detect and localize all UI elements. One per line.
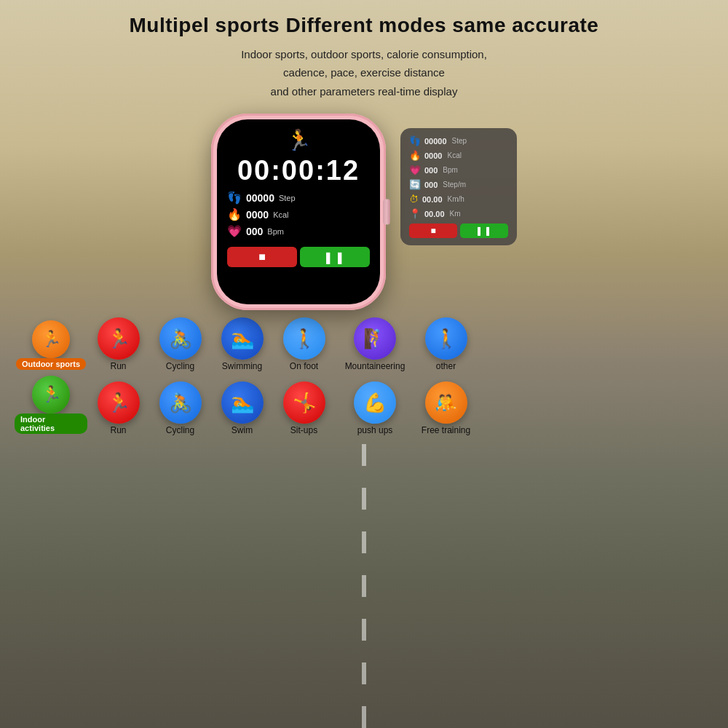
- free-training-icon: 🤼: [425, 381, 467, 424]
- indoor-sports-icon: 🏃: [32, 376, 70, 414]
- panel-dist-value: 00.00: [424, 210, 445, 218]
- panel-stat-dist: 📍 00.00 Km: [409, 208, 508, 219]
- activity-swim-indoor: 🏊 Swim: [211, 381, 273, 435]
- activity-mountaineering: 🧗 Mountaineering: [335, 317, 415, 371]
- watch-stop-button[interactable]: ■: [227, 247, 297, 267]
- stats-panel: 👣 00000 Step 🔥 0000 Kcal 💗 000 Bpm 🔄 000…: [400, 128, 517, 245]
- activity-pushups: 💪 push ups: [335, 381, 415, 435]
- activities-section: 🏃 Outdoor sports 🏃 Run 🚴 Cycling 🏊 Swimm…: [0, 310, 728, 440]
- watch-screen: 🏃 00:00:12 👣 00000 Step 🔥 0000 Kcal 💗 00…: [217, 119, 380, 304]
- watch-stat-bpm: 💗 000 Bpm: [227, 224, 370, 238]
- watch-activity-icon: 🏃: [286, 128, 312, 152]
- panel-bpm-value: 000: [424, 166, 438, 175]
- panel-stat-steps: 👣 00000 Step: [409, 135, 508, 146]
- header-section: Multipel sports Different modes same acc…: [0, 0, 728, 106]
- panel-stat-speed: ⏱ 00.00 Km/h: [409, 194, 508, 205]
- panel-kcal-icon: 🔥: [409, 150, 421, 161]
- activity-swimming: 🏊 Swimming: [211, 317, 273, 371]
- panel-steps-value: 00000: [424, 137, 447, 146]
- activity-situps: 🤸 Sit-ups: [273, 381, 335, 435]
- watch-stat-kcal: 🔥 0000 Kcal: [227, 207, 370, 221]
- panel-bpm-icon: 💗: [409, 165, 421, 175]
- panel-speed-unit: Km/h: [448, 195, 464, 203]
- situps-icon: 🤸: [283, 381, 325, 424]
- panel-buttons: ■ ❚❚: [409, 223, 508, 238]
- activity-on-foot: 🚶 On foot: [273, 317, 335, 371]
- cycling-icon: 🚴: [159, 317, 202, 360]
- activity-outdoor-sports: 🏃 Outdoor sports: [15, 320, 87, 371]
- steps-value: 00000: [246, 192, 274, 204]
- run-indoor-icon: 🏃: [98, 381, 140, 424]
- panel-stat-step-m: 🔄 000 Step/m: [409, 179, 508, 190]
- activity-free-training: 🤼 Free training: [415, 381, 477, 435]
- on-foot-label: On foot: [290, 361, 318, 371]
- swim-label: Swim: [232, 425, 253, 435]
- other-label: other: [436, 361, 456, 371]
- activity-cycling-outdoor: 🚴 Cycling: [149, 317, 211, 371]
- steps-icon: 👣: [227, 191, 242, 205]
- cycling-indoor-label: Cycling: [166, 425, 194, 435]
- bpm-icon: 💗: [227, 224, 242, 238]
- watch-area: 🏃 00:00:12 👣 00000 Step 🔥 0000 Kcal 💗 00…: [211, 114, 517, 310]
- pushups-icon: 💪: [354, 381, 396, 424]
- swim-icon: 🏊: [221, 381, 264, 424]
- outdoor-sports-icon: 🏃: [32, 320, 70, 358]
- steps-unit: Step: [279, 194, 296, 202]
- panel-steps-unit: Step: [452, 137, 467, 145]
- panel-dist-unit: Km: [450, 210, 461, 218]
- panel-dist-icon: 📍: [409, 208, 421, 219]
- panel-speed-value: 00.00: [422, 195, 443, 204]
- panel-speed-icon: ⏱: [409, 194, 419, 205]
- swimming-icon: 🏊: [221, 317, 264, 360]
- mountaineering-label: Mountaineering: [345, 361, 405, 371]
- panel-step-m-unit: Step/m: [443, 181, 466, 189]
- activity-other: 🚶 other: [415, 317, 477, 371]
- watch-crown: [383, 199, 390, 225]
- watch-buttons: ■ ❚❚: [227, 247, 370, 267]
- panel-kcal-value: 0000: [424, 151, 442, 160]
- bpm-value: 000: [246, 226, 263, 237]
- panel-pause-button[interactable]: ❚❚: [460, 223, 508, 238]
- indoor-sports-label: Indoor activities: [15, 414, 87, 434]
- page-title: Multipel sports Different modes same acc…: [15, 13, 713, 38]
- watch-stat-steps: 👣 00000 Step: [227, 191, 370, 205]
- outdoor-sports-label: Outdoor sports: [16, 358, 86, 370]
- run-icon: 🏃: [98, 317, 140, 360]
- activity-run-indoor: 🏃 Run: [87, 381, 149, 435]
- run-label: Run: [110, 361, 126, 371]
- on-foot-icon: 🚶: [283, 317, 325, 360]
- cycling-label: Cycling: [166, 361, 194, 371]
- panel-step-m-value: 000: [424, 181, 438, 189]
- watch-main: 🏃 00:00:12 👣 00000 Step 🔥 0000 Kcal 💗 00…: [211, 114, 386, 310]
- page-description: Indoor sports, outdoor sports, calorie c…: [15, 45, 713, 101]
- panel-stat-bpm: 💗 000 Bpm: [409, 165, 508, 175]
- other-icon: 🚶: [425, 317, 467, 360]
- situps-label: Sit-ups: [290, 425, 317, 435]
- activity-run-outdoor: 🏃 Run: [87, 317, 149, 371]
- watch-pause-button[interactable]: ❚❚: [300, 247, 370, 267]
- kcal-unit: Kcal: [273, 210, 288, 219]
- activity-indoor-sports: 🏃 Indoor activities: [15, 376, 87, 435]
- panel-stop-button[interactable]: ■: [409, 223, 457, 238]
- panel-kcal-unit: Kcal: [447, 151, 461, 159]
- pushups-label: push ups: [357, 425, 393, 435]
- watch-timer: 00:00:12: [237, 155, 360, 186]
- run-indoor-label: Run: [110, 425, 126, 435]
- panel-steps-icon: 👣: [409, 135, 421, 146]
- outdoor-activity-row: 🏃 Outdoor sports 🏃 Run 🚴 Cycling 🏊 Swimm…: [15, 317, 713, 371]
- panel-bpm-unit: Bpm: [443, 166, 458, 174]
- bpm-unit: Bpm: [267, 227, 284, 236]
- free-training-label: Free training: [422, 425, 470, 435]
- panel-stat-kcal: 🔥 0000 Kcal: [409, 150, 508, 161]
- kcal-value: 0000: [246, 209, 269, 221]
- swimming-label: Swimming: [222, 361, 262, 371]
- cycling-indoor-icon: 🚴: [159, 381, 202, 424]
- kcal-icon: 🔥: [227, 207, 242, 221]
- panel-step-m-icon: 🔄: [409, 179, 421, 190]
- indoor-activity-row: 🏃 Indoor activities 🏃 Run 🚴 Cycling 🏊 Sw…: [15, 376, 713, 435]
- activity-cycling-indoor: 🚴 Cycling: [149, 381, 211, 435]
- mountaineering-icon: 🧗: [354, 317, 396, 360]
